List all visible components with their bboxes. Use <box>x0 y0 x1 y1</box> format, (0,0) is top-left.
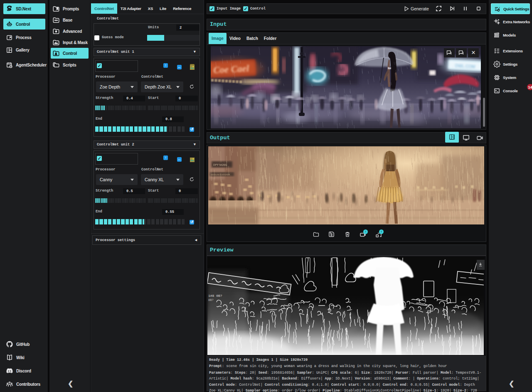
svg-text:8B?: 8B? <box>208 298 214 302</box>
svg-text:HBRAAKKARRARK: HBRAAKKARRARK <box>211 173 230 176</box>
svg-text:1#8 0B?: 1#8 0B? <box>208 294 222 298</box>
svg-text:DPFNGNG: DPFNGNG <box>213 163 227 167</box>
